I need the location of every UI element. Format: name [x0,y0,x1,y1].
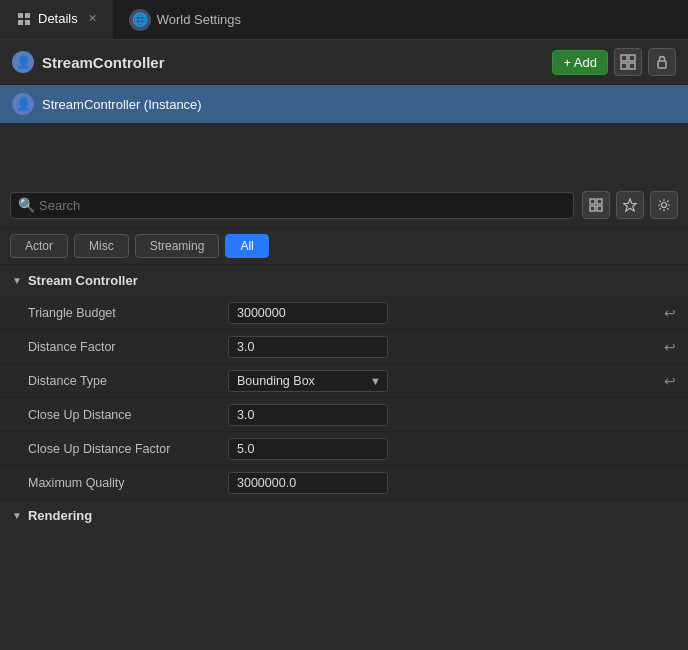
panel-header: 👤 StreamController + Add [0,40,688,85]
distance-factor-label: Distance Factor [28,340,228,354]
filter-tab-all[interactable]: All [225,234,268,258]
search-area: 🔍 [0,183,688,228]
stream-controller-section-label: Stream Controller [28,273,138,288]
svg-rect-11 [590,206,595,211]
close-up-distance-factor-label: Close Up Distance Factor [28,442,228,456]
close-up-distance-label: Close Up Distance [28,408,228,422]
search-wrapper: 🔍 [10,192,574,219]
distance-type-dropdown-icon: ▼ [364,375,387,387]
instance-icon: 👤 [12,93,34,115]
triangle-budget-reset[interactable]: ↩ [664,305,676,321]
empty-space [0,123,688,183]
details-tab-icon [16,11,32,27]
settings-button[interactable] [650,191,678,219]
maximum-quality-value [228,472,676,494]
svg-rect-0 [18,13,23,18]
close-up-distance-value [228,404,676,426]
triangle-budget-label: Triangle Budget [28,306,228,320]
svg-rect-3 [25,20,30,25]
rendering-section-label: Rendering [28,508,92,523]
filter-tab-actor[interactable]: Actor [10,234,68,258]
filter-tab-misc[interactable]: Misc [74,234,129,258]
blueprint-icon-button[interactable] [614,48,642,76]
close-up-distance-input[interactable] [228,404,388,426]
instance-row[interactable]: 👤 StreamController (Instance) [0,85,688,123]
distance-factor-value [228,336,656,358]
add-button-label: + Add [563,55,597,70]
search-input[interactable] [10,192,574,219]
favorite-button[interactable] [616,191,644,219]
gear-icon [657,198,671,212]
svg-rect-6 [621,63,627,69]
search-tools [582,191,678,219]
distance-factor-reset[interactable]: ↩ [664,339,676,355]
svg-point-14 [662,203,667,208]
blueprint-icon [620,54,636,70]
svg-rect-5 [629,55,635,61]
triangle-budget-row: Triangle Budget ↩ [0,296,688,330]
stream-controller-chevron: ▼ [12,275,22,286]
add-button[interactable]: + Add [552,50,608,75]
panel-title: StreamController [42,54,165,71]
svg-rect-2 [18,20,23,25]
svg-rect-1 [25,13,30,18]
rendering-section-header[interactable]: ▼ Rendering [0,500,688,531]
instance-label: StreamController (Instance) [42,97,202,112]
close-up-distance-factor-row: Close Up Distance Factor [0,432,688,466]
distance-type-row: Distance Type Bounding Box Sphere Box ▼ … [0,364,688,398]
stream-controller-icon: 👤 [12,51,34,73]
lock-icon [654,54,670,70]
svg-rect-8 [658,61,666,68]
rendering-chevron: ▼ [12,510,22,521]
svg-marker-13 [624,199,637,211]
maximum-quality-row: Maximum Quality [0,466,688,500]
main-panel: 👤 StreamController + Add [0,40,688,650]
tab-details-close[interactable]: ✕ [88,12,97,25]
svg-rect-12 [597,206,602,211]
properties-panel: ▼ Stream Controller Triangle Budget ↩ Di… [0,265,688,650]
close-up-distance-factor-input[interactable] [228,438,388,460]
header-left: 👤 StreamController [12,51,165,73]
distance-factor-row: Distance Factor ↩ [0,330,688,364]
triangle-budget-value [228,302,656,324]
lock-icon-button[interactable] [648,48,676,76]
tab-details[interactable]: Details ✕ [0,0,113,39]
world-settings-icon: 🌐 [129,9,151,31]
tab-world-settings[interactable]: 🌐 World Settings [113,0,257,39]
distance-type-select[interactable]: Bounding Box Sphere Box [229,371,364,391]
svg-rect-7 [629,63,635,69]
distance-type-select-wrapper: Bounding Box Sphere Box ▼ [228,370,388,392]
grid-icon [589,198,603,212]
stream-controller-section-header[interactable]: ▼ Stream Controller [0,265,688,296]
tab-bar: Details ✕ 🌐 World Settings [0,0,688,40]
triangle-budget-input[interactable] [228,302,388,324]
distance-type-value: Bounding Box Sphere Box ▼ [228,370,656,392]
svg-rect-10 [597,199,602,204]
grid-view-button[interactable] [582,191,610,219]
header-right: + Add [552,48,676,76]
star-icon [623,198,637,212]
filter-tabs: Actor Misc Streaming All [0,228,688,265]
svg-rect-9 [590,199,595,204]
tab-details-label: Details [38,11,78,26]
close-up-distance-row: Close Up Distance [0,398,688,432]
maximum-quality-input[interactable] [228,472,388,494]
tab-world-settings-label: World Settings [157,12,241,27]
distance-factor-input[interactable] [228,336,388,358]
close-up-distance-factor-value [228,438,676,460]
filter-tab-streaming[interactable]: Streaming [135,234,220,258]
distance-type-label: Distance Type [28,374,228,388]
search-icon: 🔍 [18,197,35,213]
maximum-quality-label: Maximum Quality [28,476,228,490]
svg-rect-4 [621,55,627,61]
distance-type-reset[interactable]: ↩ [664,373,676,389]
